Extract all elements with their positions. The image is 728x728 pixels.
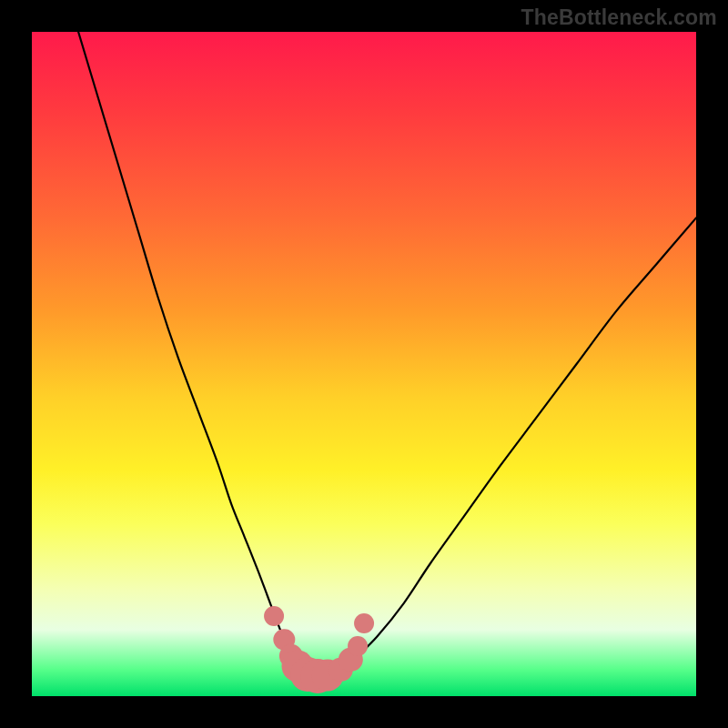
chart-frame: TheBottleneck.com — [0, 0, 728, 728]
data-marker — [348, 636, 368, 656]
plot-area — [32, 32, 696, 696]
bottleneck-curve — [78, 32, 696, 676]
watermark-text: TheBottleneck.com — [521, 5, 717, 30]
curve-svg — [32, 32, 696, 696]
data-marker — [354, 613, 374, 633]
data-marker — [264, 606, 284, 626]
